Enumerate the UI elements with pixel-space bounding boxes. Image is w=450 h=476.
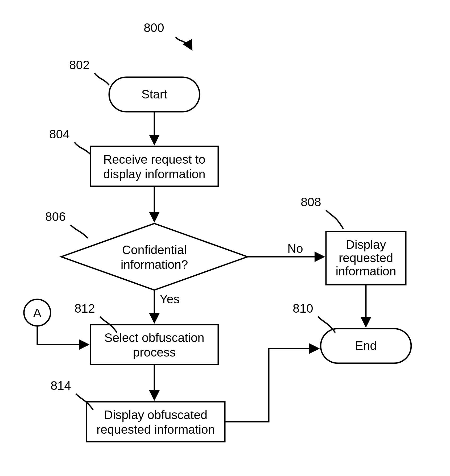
arrow-814-to-end — [225, 349, 318, 422]
svg-text:Display: Display — [346, 238, 386, 251]
svg-text:information: information — [336, 264, 396, 278]
svg-text:A: A — [33, 306, 42, 320]
svg-text:812: 812 — [75, 301, 95, 315]
ref-800: 800 — [144, 21, 192, 49]
svg-text:process: process — [133, 345, 176, 359]
svg-text:Receive request to: Receive request to — [103, 152, 205, 166]
svg-text:810: 810 — [293, 301, 313, 315]
svg-marker-8 — [61, 223, 247, 290]
ref-802: 802 — [69, 58, 109, 85]
svg-text:802: 802 — [69, 58, 90, 72]
svg-text:808: 808 — [301, 195, 321, 209]
arrow-A-to-812 — [37, 326, 88, 345]
start-node: Start — [109, 77, 200, 112]
svg-text:requested information: requested information — [97, 423, 215, 436]
svg-text:814: 814 — [51, 379, 71, 392]
svg-text:Confidential: Confidential — [122, 243, 187, 257]
svg-text:information?: information? — [121, 258, 188, 271]
step-808: Display requested information — [326, 231, 406, 285]
svg-text:804: 804 — [49, 127, 70, 141]
svg-text:Start: Start — [141, 87, 167, 101]
connector-A: A — [24, 299, 51, 326]
step-812: Select obfuscation process — [90, 325, 218, 365]
ref-806: 806 — [45, 210, 88, 238]
flowchart: 800 Start 802 Receive request to display… — [0, 0, 450, 476]
edge-label-yes: Yes — [160, 292, 180, 306]
svg-text:display information: display information — [103, 167, 205, 181]
ref-808: 808 — [301, 195, 343, 229]
ref-804: 804 — [49, 127, 90, 154]
step-804: Receive request to display information — [90, 146, 218, 186]
end-node: End — [321, 329, 411, 363]
svg-text:806: 806 — [45, 210, 66, 223]
ref-810: 810 — [293, 301, 335, 333]
decision-806: Confidential information? — [61, 223, 247, 290]
svg-text:800: 800 — [144, 21, 164, 35]
svg-text:Select obfuscation: Select obfuscation — [104, 331, 204, 345]
step-814: Display obfuscated requested information — [86, 402, 225, 442]
svg-text:End: End — [355, 339, 377, 353]
svg-text:Display obfuscated: Display obfuscated — [104, 408, 208, 422]
svg-text:requested: requested — [339, 251, 393, 265]
edge-label-no: No — [287, 242, 303, 255]
